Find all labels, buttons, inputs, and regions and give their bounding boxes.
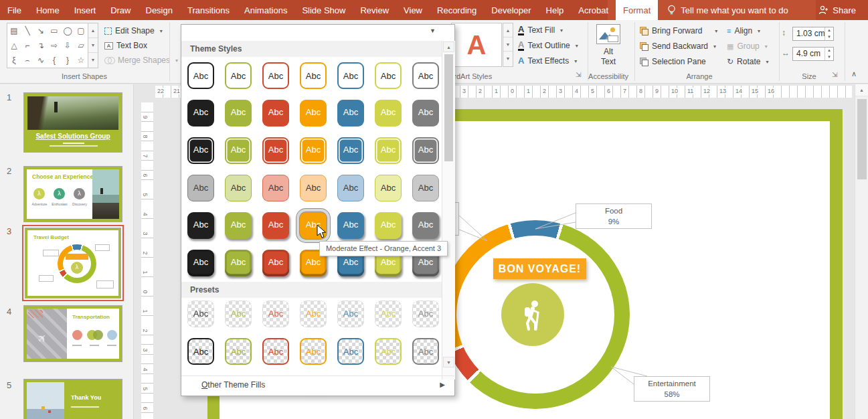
star-shape-icon[interactable]: ☆ xyxy=(74,53,88,68)
curve-shape-icon[interactable]: ∿ xyxy=(34,53,48,68)
selection-pane-button[interactable]: Selection Pane xyxy=(640,56,706,68)
theme-style-swatch[interactable]: Abc xyxy=(262,250,289,276)
shape-width-field[interactable]: 4.9 cm ▲▼ xyxy=(792,47,834,61)
theme-style-swatch[interactable]: Abc xyxy=(375,100,402,127)
scroll-up-icon[interactable]: ▲ xyxy=(855,84,868,96)
text-fill-button[interactable]: A Text Fill ▾ xyxy=(518,24,563,36)
down-arrow-shape-icon[interactable]: ⇩ xyxy=(61,38,74,53)
preset-swatch[interactable]: Abc xyxy=(187,338,214,365)
merge-shapes-button[interactable]: Merge Shapes ▾ xyxy=(104,54,178,67)
theme-style-swatch[interactable]: Abc xyxy=(262,212,289,239)
edit-shape-button[interactable]: Edit Shape ▾ xyxy=(104,24,163,37)
right-arrow-shape-icon[interactable]: ⇨ xyxy=(48,38,61,53)
left-brace-shape-icon[interactable]: { xyxy=(48,53,61,68)
ribbon-tab-file[interactable]: File xyxy=(0,0,29,20)
theme-style-swatch[interactable]: Abc xyxy=(375,212,402,239)
theme-style-swatch[interactable]: Abc xyxy=(187,212,214,239)
rounded-rectangle-shape-icon[interactable]: ▢ xyxy=(74,23,88,38)
gallery-more-icon[interactable]: ▼ xyxy=(88,53,98,68)
theme-style-swatch[interactable]: Abc xyxy=(187,137,214,164)
theme-style-swatch[interactable]: Abc xyxy=(262,175,289,201)
shape-gallery-scrollbar[interactable]: ▲ ▼ ▼ xyxy=(88,23,98,68)
arc-shape-icon[interactable]: ⌢ xyxy=(21,53,34,68)
scrollbar-thumb[interactable] xyxy=(857,99,867,179)
dialog-launcher-icon[interactable]: ⇲ xyxy=(576,71,581,78)
popup-resize-grip[interactable]: ···· xyxy=(181,391,454,400)
text-box-button[interactable]: A Text Box xyxy=(104,39,147,52)
dialog-launcher-icon[interactable]: ⇲ xyxy=(832,71,837,78)
oval-shape-icon[interactable]: ◯ xyxy=(61,23,74,38)
ribbon-tab-acrobat[interactable]: Acrobat xyxy=(571,0,616,20)
ribbon-tab-developer[interactable]: Developer xyxy=(484,0,538,20)
slide-thumbnail-5[interactable]: Thank You xyxy=(23,379,122,419)
ribbon-tab-view[interactable]: View xyxy=(396,0,430,20)
group-button[interactable]: ▦ Group ▾ xyxy=(727,40,768,52)
preset-swatch[interactable]: Abc xyxy=(337,301,364,327)
theme-style-swatch[interactable]: Abc xyxy=(262,62,289,89)
theme-style-swatch[interactable]: Abc xyxy=(375,137,402,164)
theme-style-swatch[interactable]: Abc xyxy=(187,62,214,89)
ribbon-tab-draw[interactable]: Draw xyxy=(103,0,138,20)
theme-style-swatch[interactable]: Abc xyxy=(225,100,252,127)
ribbon-tab-home[interactable]: Home xyxy=(29,0,67,20)
right-brace-shape-icon[interactable]: } xyxy=(61,53,74,68)
scrollbar-thumb[interactable] xyxy=(444,54,453,161)
width-spinner[interactable]: ▲▼ xyxy=(824,48,833,60)
ribbon-tab-slide-show[interactable]: Slide Show xyxy=(294,0,353,20)
preset-swatch[interactable]: Abc xyxy=(225,301,252,327)
triangle-shape-icon[interactable]: △ xyxy=(7,38,21,53)
theme-style-swatch[interactable]: Abc xyxy=(375,175,402,201)
theme-style-swatch[interactable]: Abc xyxy=(337,212,364,239)
gallery-collapse-icon[interactable]: ▼ xyxy=(430,27,436,34)
scroll-down-icon[interactable]: ▼ xyxy=(503,37,513,52)
preset-swatch[interactable]: Abc xyxy=(187,301,214,327)
ribbon-tab-format[interactable]: Format xyxy=(616,0,658,20)
preset-swatch[interactable]: Abc xyxy=(412,301,439,327)
text-effects-button[interactable]: A Text Effects ▾ xyxy=(518,55,577,67)
gallery-more-icon[interactable]: ▼ xyxy=(503,52,513,66)
wordart-style-sample[interactable]: A xyxy=(451,23,502,67)
theme-style-swatch[interactable]: Abc xyxy=(337,62,364,89)
tell-me-box[interactable]: Tell me what you want to do xyxy=(658,0,797,20)
ribbon-tab-review[interactable]: Review xyxy=(353,0,396,20)
height-spinner[interactable]: ▲▼ xyxy=(824,27,833,40)
theme-style-swatch[interactable]: Abc xyxy=(262,137,289,164)
theme-style-swatch[interactable]: Abc xyxy=(225,137,252,164)
text-outline-button[interactable]: A Text Outline ▾ xyxy=(518,39,578,52)
slide-thumbnail-2[interactable]: Choose an Experience λ λ λ Adventure Ent… xyxy=(23,166,122,222)
theme-style-swatch[interactable]: Abc xyxy=(337,137,364,164)
ribbon-tab-animations[interactable]: Animations xyxy=(237,0,294,20)
scroll-down-icon[interactable]: ▼ xyxy=(88,38,98,53)
theme-style-swatch[interactable]: Abc xyxy=(412,212,439,239)
theme-style-swatch[interactable]: Abc xyxy=(375,62,402,89)
preset-swatch[interactable]: Abc xyxy=(300,301,327,327)
rectangle-shape-icon[interactable]: ▭ xyxy=(48,23,61,38)
theme-style-swatch[interactable]: Abc xyxy=(225,175,252,201)
send-backward-button[interactable]: Send Backward ▾ xyxy=(640,40,716,52)
ribbon-tab-transitions[interactable]: Transitions xyxy=(180,0,237,20)
ribbon-tab-help[interactable]: Help xyxy=(539,0,572,20)
shape-gallery[interactable]: ▤╲↘▭◯▢△⌐↴⇨⇩▱ξ⌢∿{}☆ xyxy=(7,23,88,68)
bring-forward-button[interactable]: Bring Forward ▾ xyxy=(640,25,717,37)
theme-style-swatch[interactable]: Abc xyxy=(225,62,252,89)
preset-swatch[interactable]: Abc xyxy=(262,301,289,327)
preset-swatch[interactable]: Abc xyxy=(337,338,364,365)
theme-style-swatch[interactable]: Abc xyxy=(337,175,364,201)
scroll-down-icon[interactable]: ▼ xyxy=(443,357,454,367)
snip-corner-rectangle-icon[interactable]: ▱ xyxy=(74,38,88,53)
ribbon-tab-insert[interactable]: Insert xyxy=(67,0,104,20)
preset-swatch[interactable]: Abc xyxy=(262,338,289,365)
collapse-ribbon-icon[interactable]: ∧ xyxy=(851,70,857,78)
line-shape-icon[interactable]: ╲ xyxy=(21,23,34,38)
theme-style-swatch[interactable]: Abc xyxy=(412,62,439,89)
theme-style-swatch[interactable]: Abc xyxy=(412,100,439,127)
scroll-up-icon[interactable]: ▲ xyxy=(443,41,454,52)
rotate-button[interactable]: ↻ Rotate ▾ xyxy=(727,56,768,68)
elbow-arrow-connector-icon[interactable]: ↴ xyxy=(34,38,48,53)
slide-thumbnail-1[interactable]: Safest Solutions Group xyxy=(23,92,122,153)
scroll-up-icon[interactable]: ▲ xyxy=(503,23,513,37)
ribbon-tab-recording[interactable]: Recording xyxy=(430,0,484,20)
theme-style-swatch[interactable]: Abc xyxy=(337,100,364,127)
gallery-scrollbar[interactable]: ▲ ▼ xyxy=(442,41,455,380)
main-vertical-scrollbar[interactable]: ▲ xyxy=(855,84,868,419)
